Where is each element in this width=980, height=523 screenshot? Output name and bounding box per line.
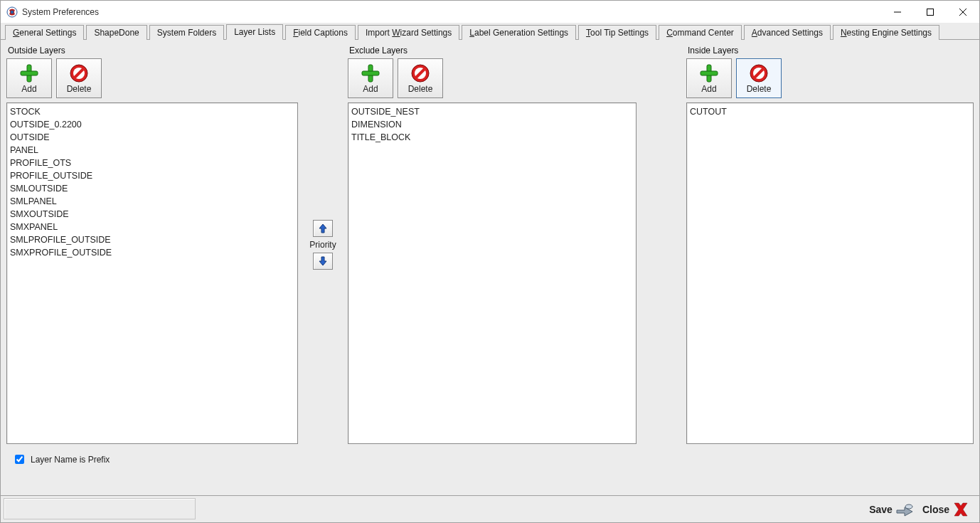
status-panel (4, 498, 196, 519)
list-item[interactable]: PANEL (10, 144, 294, 157)
outside-add-button[interactable]: Add (6, 58, 52, 98)
inside-layers-column: Inside Layers Add Delete (686, 46, 974, 444)
titlebar: System Preferences (1, 1, 979, 23)
outside-layers-column: Outside Layers Add Delete (6, 46, 298, 444)
list-item[interactable]: PROFILE_OUTSIDE (10, 169, 294, 182)
list-item[interactable]: TITLE_BLOCK (351, 131, 633, 144)
priority-up-button[interactable] (313, 220, 333, 237)
tab-layer-lists[interactable]: Layer Lists (226, 24, 283, 40)
priority-stack: Priority (309, 220, 336, 270)
list-item[interactable]: SMXPANEL (10, 221, 294, 233)
outside-layers-label: Outside Layers (8, 46, 298, 56)
inside-layers-listbox[interactable]: CUTOUT (686, 102, 974, 444)
tab-import-wizard-settings[interactable]: Import Wizard Settings (358, 25, 459, 40)
list-item[interactable]: OUTSIDE_NEST (351, 105, 633, 118)
window-controls (881, 1, 979, 23)
layer-name-prefix-label[interactable]: Layer Name is Prefix (31, 455, 110, 465)
svg-rect-7 (21, 71, 38, 75)
svg-point-21 (905, 504, 912, 509)
svg-rect-12 (362, 71, 379, 75)
svg-rect-1 (11, 11, 14, 14)
minimize-button[interactable] (881, 1, 914, 23)
list-item[interactable]: OUTSIDE (10, 131, 294, 144)
inside-button-row: Add Delete (686, 58, 974, 98)
inside-add-button[interactable]: Add (686, 58, 732, 98)
footer: Save Close (1, 495, 979, 522)
list-item[interactable]: STOCK (10, 105, 294, 118)
exclude-delete-button[interactable]: Delete (398, 58, 443, 98)
outside-delete-button[interactable]: Delete (56, 58, 102, 98)
exclude-add-button[interactable]: Add (348, 58, 393, 98)
list-item[interactable]: SMXPROFILE_OUTSIDE (10, 246, 294, 259)
tab-label-generation-settings[interactable]: Label Generation Settings (462, 25, 576, 40)
maximize-button[interactable] (914, 1, 947, 23)
tab-nesting-engine-settings[interactable]: Nesting Engine Settings (833, 25, 939, 40)
prefix-checkbox-row: Layer Name is Prefix (6, 453, 974, 466)
svg-rect-17 (701, 71, 718, 75)
tab-system-folders[interactable]: System Folders (149, 25, 224, 40)
list-item[interactable]: PROFILE_OTS (10, 157, 294, 169)
tab-command-center[interactable]: Command Center (659, 25, 742, 40)
layer-name-prefix-checkbox[interactable] (15, 455, 24, 464)
plus-icon (19, 63, 39, 83)
tab-shapedone[interactable]: ShapeDone (86, 25, 147, 40)
outside-add-label: Add (21, 85, 36, 93)
inside-layers-label: Inside Layers (688, 46, 974, 56)
spacer (637, 46, 686, 444)
inside-delete-label: Delete (747, 85, 772, 93)
priority-column: Priority (298, 46, 348, 444)
columns: Outside Layers Add Delete (6, 46, 974, 444)
no-entry-icon (69, 63, 89, 83)
save-label: Save (869, 504, 893, 515)
arrow-up-icon (319, 223, 327, 233)
plus-icon (699, 63, 719, 83)
close-x-icon (952, 501, 969, 518)
outside-layers-listbox[interactable]: STOCKOUTSIDE_0.2200OUTSIDEPANELPROFILE_O… (6, 102, 298, 444)
list-item[interactable]: OUTSIDE_0.2200 (10, 118, 294, 131)
save-icon (895, 502, 914, 517)
svg-rect-3 (927, 9, 934, 15)
list-item[interactable]: SMLPANEL (10, 195, 294, 208)
exclude-layers-column: Exclude Layers Add Delete (348, 46, 637, 444)
app-icon (6, 6, 18, 18)
list-item[interactable]: CUTOUT (690, 105, 970, 118)
priority-down-button[interactable] (313, 253, 333, 270)
priority-label: Priority (309, 240, 336, 250)
list-item[interactable]: DIMENSION (351, 118, 633, 131)
tab-tool-tip-settings[interactable]: Tool Tip Settings (578, 25, 656, 40)
plus-icon (361, 63, 380, 83)
tab-field-captions[interactable]: Field Captions (285, 25, 356, 40)
arrow-down-icon (319, 256, 327, 266)
outside-delete-label: Delete (67, 85, 92, 93)
list-item[interactable]: SMLPROFILE_OUTSIDE (10, 233, 294, 246)
outside-button-row: Add Delete (6, 58, 298, 98)
close-window-button[interactable] (947, 1, 979, 23)
no-entry-icon (410, 63, 430, 83)
exclude-layers-listbox[interactable]: OUTSIDE_NESTDIMENSIONTITLE_BLOCK (348, 102, 637, 444)
exclude-layers-label: Exclude Layers (349, 46, 637, 56)
tabstrip: General SettingsShapeDoneSystem FoldersL… (1, 23, 979, 40)
exclude-button-row: Add Delete (348, 58, 637, 98)
tab-advanced-settings[interactable]: Advanced Settings (744, 25, 831, 40)
list-item[interactable]: SMXOUTSIDE (10, 208, 294, 221)
window-title: System Preferences (22, 7, 99, 17)
tab-general-settings[interactable]: General Settings (5, 25, 84, 40)
no-entry-icon (749, 63, 769, 83)
exclude-add-label: Add (363, 85, 378, 93)
titlebar-left: System Preferences (6, 6, 99, 18)
list-item[interactable]: SMLOUTSIDE (10, 182, 294, 195)
window: System Preferences General SettingsShape… (0, 0, 980, 523)
inside-add-label: Add (701, 85, 716, 93)
inside-delete-button[interactable]: Delete (736, 58, 782, 98)
close-label: Close (922, 504, 949, 515)
exclude-delete-label: Delete (408, 85, 433, 93)
content-area: Outside Layers Add Delete (1, 40, 979, 495)
close-button[interactable]: Close (920, 500, 972, 519)
save-button[interactable]: Save (866, 500, 917, 519)
